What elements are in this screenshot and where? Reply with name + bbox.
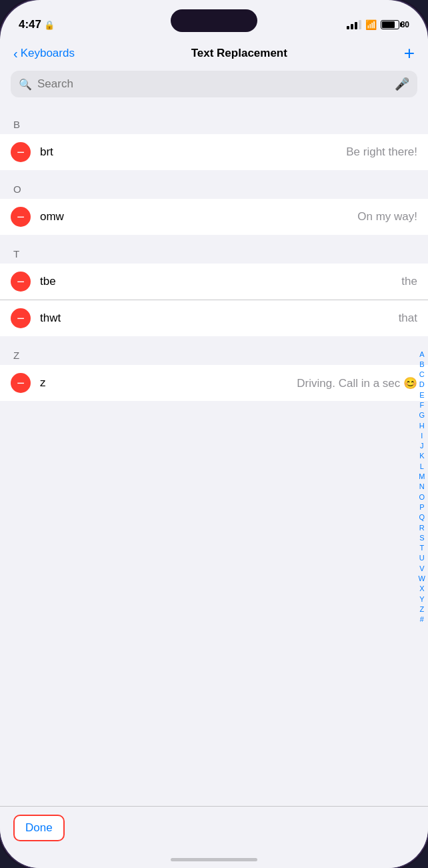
alpha-V[interactable]: V (419, 564, 424, 573)
phone-screen: 4:47 🔒 📶 80 (0, 0, 428, 868)
phrase-brt: Be right there! (346, 145, 417, 159)
status-time: 4:47 🔒 (19, 18, 55, 31)
shortcut-brt: brt (40, 145, 346, 159)
alpha-X[interactable]: X (419, 584, 424, 593)
alpha-K[interactable]: K (419, 451, 424, 460)
home-indicator (171, 858, 257, 861)
delete-button-omw[interactable] (11, 207, 31, 227)
alpha-P[interactable]: P (419, 502, 424, 512)
alpha-O[interactable]: O (419, 492, 425, 502)
delete-button-tbe[interactable] (11, 272, 31, 292)
phrase-z: Driving. Call in a sec 😊 (297, 376, 417, 390)
alpha-L[interactable]: L (420, 462, 424, 471)
list-item[interactable]: tbe the (0, 264, 428, 300)
status-icons: 📶 80 (347, 19, 409, 30)
alpha-T[interactable]: T (419, 543, 424, 552)
alpha-R[interactable]: R (419, 523, 425, 532)
section-header-t: T (0, 235, 428, 264)
list-item[interactable]: brt Be right there! (0, 134, 428, 170)
search-container: 🔍 🎤 (0, 71, 428, 105)
alpha-A[interactable]: A (419, 349, 424, 358)
alpha-C[interactable]: C (419, 370, 425, 379)
alpha-D[interactable]: D (419, 380, 425, 389)
done-button[interactable]: Done (13, 815, 65, 841)
nav-bar: ‹ Keyboards Text Replacement + (0, 39, 428, 71)
mic-icon[interactable]: 🎤 (395, 77, 409, 91)
list-item[interactable]: z Driving. Call in a sec 😊 (0, 365, 428, 401)
alpha-S[interactable]: S (419, 533, 424, 542)
signal-bar-4 (359, 20, 361, 29)
delete-button-z[interactable] (11, 373, 31, 393)
phrase-thwt: that (399, 312, 417, 325)
lock-icon: 🔒 (44, 20, 55, 30)
search-icon: 🔍 (19, 78, 32, 91)
shortcut-thwt: thwt (40, 312, 399, 325)
list-section-z: z Driving. Call in a sec 😊 (0, 365, 428, 401)
section-header-o: O (0, 170, 428, 199)
shortcut-z: z (40, 376, 297, 390)
delete-button-thwt[interactable] (11, 308, 31, 328)
signal-bar-3 (355, 22, 357, 29)
search-input[interactable] (37, 77, 389, 91)
section-header-z: Z (0, 336, 428, 365)
alpha-W[interactable]: W (419, 574, 425, 583)
alpha-H[interactable]: H (419, 421, 425, 430)
alpha-E[interactable]: E (419, 390, 424, 400)
alpha-F[interactable]: F (419, 400, 424, 410)
section-header-b: B (0, 105, 428, 134)
list-item[interactable]: thwt that (0, 300, 428, 336)
list-section-t: tbe the thwt that (0, 264, 428, 336)
battery-container: 80 (381, 20, 409, 29)
alpha-M[interactable]: M (419, 472, 425, 481)
list-item[interactable]: omw On my way! (0, 199, 428, 235)
shortcut-tbe: tbe (40, 275, 401, 288)
battery-percent: 80 (401, 20, 409, 29)
alpha-G[interactable]: G (419, 410, 425, 420)
phone-frame: 4:47 🔒 📶 80 (0, 0, 428, 868)
signal-bar-1 (347, 26, 349, 29)
list-section-b: brt Be right there! (0, 134, 428, 170)
shortcut-omw: omw (40, 210, 357, 224)
alpha-hash[interactable]: # (420, 614, 424, 624)
dynamic-island (171, 9, 257, 32)
time-label: 4:47 (19, 18, 41, 31)
phrase-omw: On my way! (357, 210, 417, 224)
list-area: B brt Be right there! O omw On my way! (0, 105, 428, 868)
wifi-icon: 📶 (365, 19, 377, 30)
alpha-J[interactable]: J (420, 441, 424, 450)
alpha-U[interactable]: U (419, 553, 425, 562)
delete-button-brt[interactable] (11, 142, 31, 162)
alpha-Y[interactable]: Y (419, 594, 424, 604)
search-bar[interactable]: 🔍 🎤 (11, 71, 417, 97)
alpha-B[interactable]: B (419, 360, 424, 369)
chevron-left-icon: ‹ (13, 46, 18, 61)
signal-bar-2 (351, 24, 353, 29)
back-label[interactable]: Keyboards (21, 47, 75, 60)
phrase-tbe: the (401, 275, 417, 288)
back-button[interactable]: ‹ Keyboards (13, 46, 75, 61)
alpha-N[interactable]: N (419, 482, 425, 491)
list-section-o: omw On my way! (0, 199, 428, 235)
alpha-Q[interactable]: Q (419, 512, 425, 522)
add-button[interactable]: + (404, 44, 415, 63)
alpha-Z[interactable]: Z (419, 604, 424, 614)
page-title: Text Replacement (191, 47, 287, 60)
battery-fill (382, 21, 395, 28)
alpha-I[interactable]: I (421, 431, 423, 440)
signal-bars (347, 20, 361, 29)
alpha-index[interactable]: A B C D E F G H I J K L M N O P Q (419, 349, 425, 624)
battery-box (381, 20, 399, 29)
